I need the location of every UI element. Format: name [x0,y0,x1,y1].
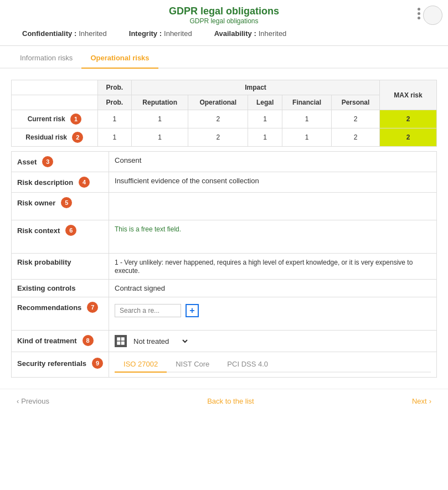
recommendations-label: Recommendations [17,303,81,312]
availability-label: Availability : [214,29,256,38]
previous-button[interactable]: ‹ Previous [17,397,49,405]
existing-controls-label: Existing controls [17,284,75,292]
current-operational: 2 [188,110,248,128]
residual-financial: 1 [282,128,332,147]
svg-rect-3 [121,342,125,345]
operational-header: Operational [188,95,248,110]
treatment-icon [115,335,127,347]
risk-context-row: Risk context 6 This is a free text field… [12,220,437,254]
residual-risk-label: Residual risk [25,133,67,141]
meta-row: Confidentiality : Inherited Integrity : … [11,25,437,42]
page-subtitle: GDPR legal obligations [169,17,279,25]
risk-context-value: This is a free text field. [109,220,437,254]
availability-value: Inherited [259,29,287,38]
tab-iso-27002[interactable]: ISO 27002 [115,357,167,373]
kind-of-treatment-row: Kind of treatment 8 Not treated [12,331,437,352]
risk-desc-value: Insufficient evidence of the consent col… [109,172,437,193]
current-risk-label: Current risk [28,115,65,123]
asset-value: Consent [109,152,437,172]
residual-max-risk: 2 [380,128,437,147]
top-right-decoration [423,6,442,25]
integrity-value: Inherited [164,29,192,38]
current-risk-row: Current risk 1 1 1 2 1 1 2 2 [12,110,437,128]
add-recommendation-button[interactable]: + [186,304,199,317]
main-tabs: Information risks Operational risks [0,48,448,69]
current-financial: 1 [282,110,332,128]
residual-legal: 1 [248,128,282,147]
kind-of-treatment-select[interactable]: Not treated [131,337,189,346]
impact-header: Impact [131,80,379,95]
max-risk-header: MAX risk [380,80,437,110]
risk-owner-badge: 5 [61,197,72,208]
current-max-risk: 2 [380,110,437,128]
risk-prob-value: 1 - Very unlikely: never happened, requi… [109,254,437,280]
recommendations-search[interactable] [115,304,181,317]
existing-controls-row: Existing controls Contract signed [12,280,437,297]
financial-header: Financial [282,95,332,110]
asset-row: Asset 3 Consent [12,152,437,172]
tab-pci-dss[interactable]: PCI DSS 4.0 [218,357,277,373]
legal-header: Legal [248,95,282,110]
recommendations-badge: 7 [87,302,98,313]
sec-ref-badge: 9 [92,358,103,369]
current-risk-badge: 1 [70,114,81,125]
bottom-navigation: ‹ Previous Back to the list Next › [0,389,448,413]
svg-rect-2 [117,342,120,345]
current-legal: 1 [248,110,282,128]
current-reputation: 1 [131,110,188,128]
risk-context-label: Risk context [17,226,60,235]
svg-rect-1 [121,337,125,341]
prob-subheader: Prob. [97,95,131,110]
reputation-header: Reputation [131,95,188,110]
risk-prob-row: Risk probability 1 - Very unlikely: neve… [12,254,437,280]
svg-rect-0 [117,337,120,341]
page-header: GDPR legal obligations GDPR legal obliga… [0,0,448,46]
integrity-label: Integrity : [129,29,162,38]
risk-table: Prob. Impact MAX risk Prob. Reputation O… [11,80,437,147]
risk-desc-badge: 4 [79,177,90,188]
chevron-right-icon: › [429,397,431,405]
asset-badge: 3 [42,156,53,167]
confidentiality-label: Confidentiality : [22,29,76,38]
residual-reputation: 1 [131,128,188,147]
risk-owner-value [109,193,437,220]
existing-controls-value: Contract signed [109,280,437,297]
residual-personal: 2 [331,128,379,147]
residual-risk-badge: 2 [72,132,83,143]
current-prob: 1 [97,110,131,128]
tab-information-risks[interactable]: Information risks [11,48,81,69]
residual-operational: 2 [188,128,248,147]
security-referentials-row: Security referentials 9 ISO 27002 NIST C… [12,352,437,378]
back-to-list-link[interactable]: Back to the list [207,397,254,405]
risk-owner-label: Risk owner [17,199,55,207]
personal-header: Personal [331,95,379,110]
kind-value: Not treated [109,331,437,352]
risk-context-badge: 6 [65,225,76,236]
security-referentials-value: ISO 27002 NIST Core PCI DSS 4.0 [109,352,437,378]
current-personal: 2 [331,110,379,128]
detail-table: Asset 3 Consent Risk description 4 Insuf… [11,151,437,378]
sec-ref-tabs: ISO 27002 NIST Core PCI DSS 4.0 [115,357,431,373]
tab-operational-risks[interactable]: Operational risks [81,48,158,69]
recommendations-value: + [109,297,437,331]
chevron-left-icon: ‹ [17,397,19,405]
recommendations-row: Recommendations 7 + [12,297,437,331]
kind-label: Kind of treatment [17,337,77,345]
risk-owner-row: Risk owner 5 [12,193,437,220]
residual-risk-row: Residual risk 2 1 1 2 1 1 2 2 [12,128,437,147]
page-title: GDPR legal obligations [169,6,279,17]
asset-label: Asset [17,158,37,166]
risk-desc-label: Risk description [17,178,73,187]
prob-header: Prob. [97,80,131,95]
dots-menu[interactable] [418,8,420,19]
risk-prob-label: Risk probability [17,258,71,266]
next-button[interactable]: Next › [412,397,431,405]
residual-prob: 1 [97,128,131,147]
main-content: Prob. Impact MAX risk Prob. Reputation O… [0,69,448,383]
sec-ref-label: Security referentials [17,359,86,368]
tab-nist-core[interactable]: NIST Core [167,357,218,373]
risk-table-wrapper: Prob. Impact MAX risk Prob. Reputation O… [11,80,437,147]
risk-desc-row: Risk description 4 Insufficient evidence… [12,172,437,193]
kind-badge: 8 [83,335,94,346]
confidentiality-value: Inherited [79,29,107,38]
